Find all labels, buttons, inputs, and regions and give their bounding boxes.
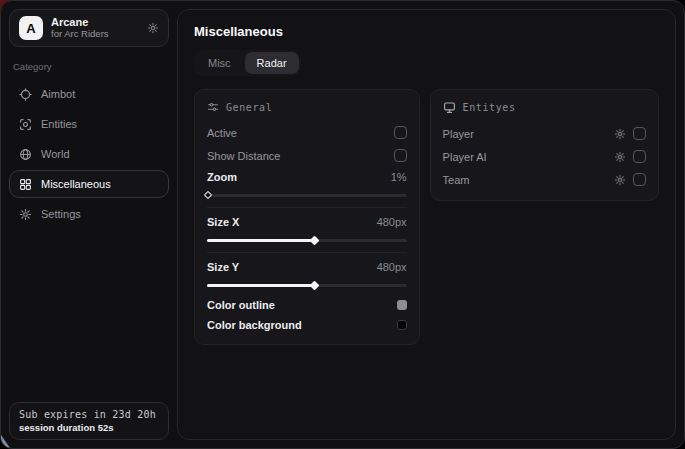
color-background-swatch[interactable] <box>397 320 407 330</box>
sidebar-item-aimbot[interactable]: Aimbot <box>9 80 169 108</box>
team-label: Team <box>443 174 470 186</box>
color-outline-swatch[interactable] <box>397 300 407 310</box>
zoom-slider-thumb[interactable] <box>204 190 212 198</box>
sidebar: A Arcane for Arc Riders Category <box>1 1 177 448</box>
player-ai-label: Player AI <box>443 151 487 163</box>
sidebar-item-settings[interactable]: Settings <box>9 200 169 228</box>
brand-logo: A <box>19 16 43 40</box>
brand-name: Arcane <box>51 16 139 29</box>
gear-icon <box>19 208 32 221</box>
size-x-label: Size X <box>207 216 239 228</box>
scan-icon <box>19 118 32 131</box>
active-checkbox[interactable] <box>394 126 407 139</box>
sidebar-item-miscellaneous[interactable]: Miscellaneous <box>9 170 169 198</box>
tab-radar[interactable]: Radar <box>245 52 299 74</box>
color-background-row: Color background <box>207 315 407 335</box>
tab-misc[interactable]: Misc <box>196 52 243 74</box>
size-x-slider-group: Size X 480px <box>207 212 407 253</box>
size-x-slider[interactable] <box>207 236 407 244</box>
team-checkbox[interactable] <box>633 173 646 186</box>
sliders-icon <box>207 101 219 113</box>
globe-icon <box>19 148 32 161</box>
size-y-slider-thumb[interactable] <box>309 280 319 290</box>
main-panel: Miscellaneous Misc Radar General <box>177 9 676 440</box>
zoom-label: Zoom <box>207 171 237 183</box>
general-panel-title: General <box>226 102 272 113</box>
sidebar-item-label: Settings <box>41 208 81 220</box>
sidebar-item-label: Aimbot <box>41 88 75 100</box>
brand-card: A Arcane for Arc Riders <box>9 9 169 47</box>
entities-panel-title: Entityes <box>463 102 516 113</box>
size-y-label: Size Y <box>207 261 239 273</box>
zoom-value: 1% <box>391 171 407 183</box>
crosshair-icon <box>19 88 32 101</box>
brand-subtitle: for Arc Riders <box>51 29 139 40</box>
grid-icon <box>19 178 32 191</box>
active-row: Active <box>207 121 407 144</box>
gear-icon[interactable] <box>147 22 159 34</box>
sidebar-nav: Aimbot Entities World <box>9 80 169 228</box>
session-duration-text: session duration 52s <box>19 422 159 433</box>
page-title: Miscellaneous <box>194 24 659 39</box>
general-panel: General Active Show Distance Zoom 1% <box>194 89 420 345</box>
active-label: Active <box>207 127 237 139</box>
gear-icon[interactable] <box>614 174 626 186</box>
zoom-slider[interactable] <box>207 191 407 199</box>
player-label: Player <box>443 128 474 140</box>
color-outline-label: Color outline <box>207 299 275 311</box>
show-distance-checkbox[interactable] <box>394 149 407 162</box>
player-ai-checkbox[interactable] <box>633 150 646 163</box>
player-row: Player <box>443 122 646 145</box>
zoom-slider-group: Zoom 1% <box>207 167 407 208</box>
entities-panel: Entityes Player P <box>430 89 659 201</box>
color-background-label: Color background <box>207 319 302 331</box>
show-distance-row: Show Distance <box>207 144 407 167</box>
size-y-slider-group: Size Y 480px <box>207 257 407 295</box>
sidebar-item-entities[interactable]: Entities <box>9 110 169 138</box>
tab-bar: Misc Radar <box>194 50 301 76</box>
team-row: Team <box>443 168 646 191</box>
show-distance-label: Show Distance <box>207 150 280 162</box>
size-x-slider-thumb[interactable] <box>309 235 319 245</box>
sidebar-item-world[interactable]: World <box>9 140 169 168</box>
sidebar-item-label: Miscellaneous <box>41 178 111 190</box>
category-label: Category <box>13 61 165 72</box>
size-y-value: 480px <box>377 261 407 273</box>
size-y-slider[interactable] <box>207 281 407 289</box>
monitor-icon <box>443 101 456 114</box>
size-x-value: 480px <box>377 216 407 228</box>
sidebar-item-label: Entities <box>41 118 77 130</box>
app-window: A Arcane for Arc Riders Category <box>0 0 685 449</box>
sidebar-item-label: World <box>41 148 70 160</box>
sub-expiry-text: Sub expires in 23d 20h <box>19 409 159 420</box>
player-ai-row: Player AI <box>443 145 646 168</box>
subscription-card: Sub expires in 23d 20h session duration … <box>9 402 169 440</box>
gear-icon[interactable] <box>614 151 626 163</box>
color-outline-row: Color outline <box>207 295 407 315</box>
player-checkbox[interactable] <box>633 127 646 140</box>
gear-icon[interactable] <box>614 128 626 140</box>
